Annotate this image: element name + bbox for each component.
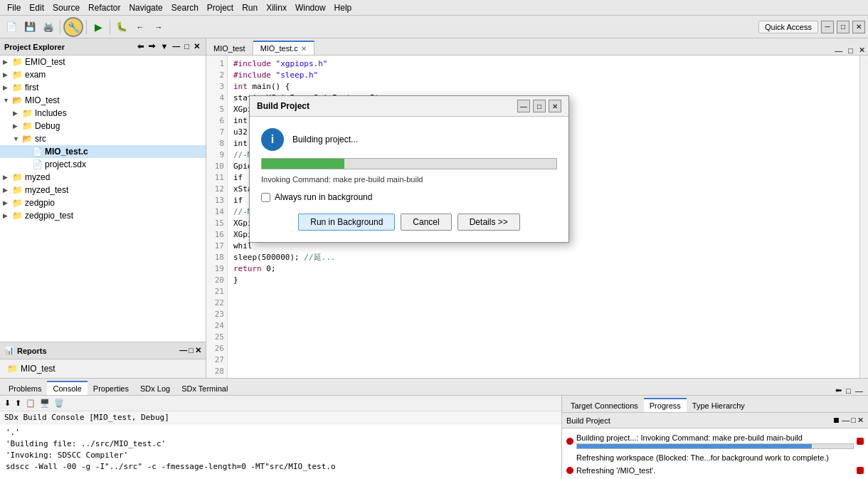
- dialog-close-btn[interactable]: ✕: [549, 100, 561, 112]
- tree-item[interactable]: ▼📂MIO_test: [0, 94, 206, 107]
- tree-item[interactable]: ▶📁zedgpio_test: [0, 209, 206, 222]
- maximize-button[interactable]: □: [837, 21, 850, 33]
- console-icon1[interactable]: ⬇: [3, 399, 12, 408]
- progress-stop-dot[interactable]: [857, 438, 864, 445]
- close-button[interactable]: ✕: [852, 21, 865, 33]
- tree-arrow: ▶: [3, 71, 10, 78]
- reports-max-icon[interactable]: □: [189, 346, 194, 355]
- editor-tab[interactable]: MIO_test: [206, 41, 253, 55]
- console-icon2[interactable]: ⬆: [14, 399, 23, 408]
- print-button[interactable]: 🖨️: [40, 19, 57, 36]
- quick-access-button[interactable]: Quick Access: [758, 21, 818, 33]
- run-button[interactable]: ▶: [90, 19, 107, 36]
- reports-close-icon[interactable]: ✕: [195, 346, 201, 355]
- bottom-tab-item[interactable]: Console: [47, 381, 87, 395]
- bottom-tab-item[interactable]: Problems: [3, 381, 47, 395]
- close-editor-icon[interactable]: ✕: [856, 46, 868, 55]
- minimize-editor-icon[interactable]: —: [832, 46, 845, 55]
- code-line: sleep(500000); //延...: [233, 252, 854, 263]
- expand-icon[interactable]: ⮕: [147, 42, 157, 51]
- dialog-body: i Building project... Invoking Command: …: [250, 117, 568, 242]
- dialog-maximize-btn[interactable]: □: [533, 100, 546, 112]
- tree-item[interactable]: 📄MIO_test.c: [0, 145, 206, 158]
- bottom-tab-item[interactable]: SDx Log: [134, 381, 176, 395]
- forward-button[interactable]: →: [150, 19, 167, 36]
- tree-item[interactable]: ▶📁first: [0, 81, 206, 94]
- debug-button[interactable]: 🐛: [113, 19, 130, 36]
- tree-label: MIO_test: [25, 95, 60, 105]
- menubar-item-navigate[interactable]: Navigate: [125, 1, 166, 14]
- progress-tab-item[interactable]: Type Hierarchy: [687, 398, 751, 412]
- bottom-tab-item[interactable]: Properties: [88, 381, 134, 395]
- line-number: 2: [209, 70, 224, 81]
- bottom-panel-icon1[interactable]: ⬅: [833, 386, 844, 395]
- line-number: 22: [209, 298, 224, 309]
- menubar-item-source[interactable]: Source: [48, 1, 84, 14]
- tree-item[interactable]: ▼📂src: [0, 132, 206, 145]
- tree-label: myzed: [25, 172, 50, 182]
- tree-item[interactable]: ▶📁Includes: [0, 107, 206, 120]
- minimize-button[interactable]: ─: [821, 21, 834, 33]
- bottom-panel-icon2[interactable]: □: [844, 386, 853, 395]
- line-number: 14: [209, 206, 224, 218]
- console-panel: ⬇ ⬆ 📋 🖥️ 🗑️ SDx Build Console [MIO_test,…: [0, 396, 562, 479]
- progress-minimize-icon[interactable]: —: [842, 416, 850, 425]
- tree-item[interactable]: ▶📁exam: [0, 68, 206, 81]
- bottom-panel-icon3[interactable]: —: [853, 386, 865, 395]
- line-number: 24: [209, 320, 224, 332]
- tree-item[interactable]: ▶📁EMIO_test: [0, 56, 206, 68]
- filter-icon[interactable]: ▼: [159, 42, 169, 51]
- menubar-item-search[interactable]: Search: [167, 1, 203, 14]
- progress-close-icon[interactable]: ✕: [857, 416, 864, 425]
- console-icon5[interactable]: 🗑️: [53, 399, 65, 408]
- tree-item[interactable]: ▶📁zedgpio: [0, 196, 206, 209]
- progress-panel-icons: ⏹ — □ ✕: [832, 416, 864, 425]
- tree-item[interactable]: ▶📁Debug: [0, 120, 206, 132]
- menubar-item-project[interactable]: Project: [203, 1, 238, 14]
- details-btn[interactable]: Details >>: [457, 214, 520, 231]
- maximize-panel-icon[interactable]: □: [183, 42, 191, 51]
- save-button[interactable]: 💾: [21, 19, 38, 36]
- tree-item[interactable]: ▶📁myzed: [0, 171, 206, 184]
- tree-label: first: [25, 83, 38, 93]
- menubar-item-edit[interactable]: Edit: [25, 1, 48, 14]
- collapse-icon[interactable]: ⬅: [136, 42, 145, 51]
- progress-stop-dot[interactable]: [857, 467, 864, 474]
- editor-tab[interactable]: MIO_test.c✕: [253, 41, 314, 55]
- menubar-item-xilinx[interactable]: Xilinx: [262, 1, 291, 14]
- progress-maximize-icon[interactable]: □: [851, 416, 856, 425]
- run-in-background-btn[interactable]: Run in Background: [298, 214, 395, 231]
- close-panel-icon[interactable]: ✕: [192, 42, 201, 51]
- tree-arrow: ▶: [13, 110, 20, 117]
- console-icon3[interactable]: 📋: [24, 399, 37, 408]
- new-button[interactable]: 📄: [3, 19, 20, 36]
- build-dialog[interactable]: Build Project — □ ✕ i Building project..…: [249, 95, 569, 243]
- progress-stop-icon[interactable]: ⏹: [832, 416, 840, 425]
- progress-tab-item[interactable]: Progress: [644, 398, 687, 412]
- always-run-checkbox[interactable]: [261, 193, 270, 202]
- cancel-btn[interactable]: Cancel: [401, 214, 451, 231]
- back-button[interactable]: ←: [132, 19, 149, 36]
- dialog-minimize-btn[interactable]: —: [517, 100, 530, 112]
- console-output[interactable]: '.''Building file: ../src/MIO_test.c''In…: [0, 424, 561, 479]
- reports-min-icon[interactable]: —: [179, 346, 187, 355]
- menubar-item-run[interactable]: Run: [238, 1, 262, 14]
- menubar-item-file[interactable]: File: [3, 1, 25, 14]
- tab-close-icon[interactable]: ✕: [301, 45, 307, 53]
- progress-tab-item[interactable]: Target Connections: [565, 398, 644, 412]
- minimize-panel-icon[interactable]: —: [171, 42, 181, 51]
- always-run-label[interactable]: Always run in background: [275, 192, 372, 202]
- bottom-tab-bar: ProblemsConsolePropertiesSDx LogSDx Term…: [0, 379, 868, 396]
- tree-item[interactable]: ▶📁myzed_test: [0, 184, 206, 196]
- bottom-tab-item[interactable]: SDx Terminal: [176, 381, 233, 395]
- code-line: #include "sleep.h": [233, 70, 854, 81]
- build-button[interactable]: 🔧: [63, 17, 83, 37]
- console-icon4[interactable]: 🖥️: [38, 399, 51, 408]
- reports-item[interactable]: 📁 MIO_test: [6, 362, 200, 375]
- menubar-item-help[interactable]: Help: [330, 1, 356, 14]
- menubar-item-window[interactable]: Window: [291, 1, 330, 14]
- editor-scrollbar[interactable]: [859, 56, 868, 378]
- menubar-item-refactor[interactable]: Refactor: [84, 1, 125, 14]
- tree-item[interactable]: 📄project.sdx: [0, 158, 206, 171]
- maximize-editor-icon[interactable]: □: [845, 46, 856, 55]
